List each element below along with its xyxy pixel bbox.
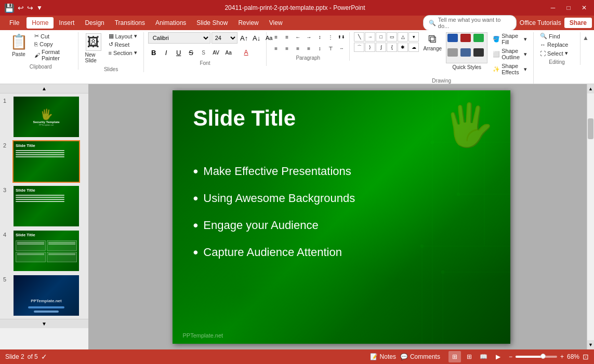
align-center-button[interactable]: ≡: [282, 44, 292, 53]
paste-button[interactable]: 📋 Paste: [7, 32, 30, 58]
increase-font-button[interactable]: A↑: [239, 32, 250, 44]
arrange-button[interactable]: ⧉ Arrange: [422, 32, 443, 52]
numbered-list-button[interactable]: ≡: [282, 32, 292, 42]
restore-button[interactable]: □: [563, 2, 574, 14]
zoom-slider[interactable]: [516, 356, 557, 358]
scroll-thumb[interactable]: [588, 118, 593, 139]
scroll-up-arrow[interactable]: ▲: [587, 84, 594, 93]
shape-rect-btn[interactable]: □: [376, 32, 386, 42]
shape-tri-btn[interactable]: △: [398, 32, 408, 42]
font-spacing-button[interactable]: AV: [210, 47, 222, 58]
slide-content[interactable]: Make Effective Presentations Using Aweso…: [193, 158, 490, 266]
decrease-indent-button[interactable]: ←: [293, 32, 303, 42]
shape-arrow-btn[interactable]: →: [365, 32, 375, 42]
comments-button[interactable]: 💬 Comments: [400, 353, 440, 360]
justify-button[interactable]: ≡: [303, 44, 314, 53]
reading-view-button[interactable]: 📖: [478, 351, 490, 362]
slide-thumbnail-5[interactable]: 5 PPTemplate.net: [3, 274, 85, 317]
tab-slideshow[interactable]: Slide Show: [191, 17, 233, 29]
columns-button[interactable]: ⋮: [325, 32, 336, 42]
layout-button[interactable]: ▦ Layout ▾: [107, 32, 139, 40]
slide-thumbnail-3[interactable]: 3 Slide Title: [3, 185, 85, 227]
select-button[interactable]: ⛶ Select ▾: [538, 49, 570, 57]
save-icon[interactable]: 💾: [4, 3, 15, 13]
tab-insert[interactable]: Insert: [54, 17, 80, 29]
text-direction-button[interactable]: ↕: [314, 44, 325, 53]
replace-button[interactable]: ↔ Replace: [538, 41, 570, 48]
normal-view-button[interactable]: ⊞: [448, 351, 461, 362]
bold-button[interactable]: B: [148, 47, 160, 58]
align-left-button[interactable]: ≡: [271, 44, 281, 53]
redo-icon[interactable]: ↪: [27, 4, 33, 12]
change-case-button[interactable]: Aa: [223, 47, 234, 58]
expand-button[interactable]: ⬆⬇: [336, 32, 347, 42]
shape-effects-button[interactable]: ✨ Shape Effects ▾: [491, 62, 529, 76]
undo-icon[interactable]: ↩: [18, 4, 24, 12]
tab-transitions[interactable]: Transitions: [110, 17, 150, 29]
format-painter-button[interactable]: 🖌 Format Painter: [32, 48, 74, 62]
shape-brace-btn[interactable]: {: [387, 43, 397, 52]
shape-fill-button[interactable]: 🪣 Shape Fill ▾: [491, 32, 529, 46]
shape-curve2-btn[interactable]: ∫: [376, 43, 386, 52]
close-button[interactable]: ✕: [578, 2, 590, 14]
accessibility-icon[interactable]: ✓: [41, 353, 47, 361]
slideshow-button[interactable]: ▶: [492, 351, 505, 362]
italic-button[interactable]: I: [161, 47, 172, 58]
customize-icon[interactable]: ▼: [36, 4, 43, 11]
office-tutorials-link[interactable]: Office Tutorials: [520, 19, 561, 26]
right-scrollbar[interactable]: ▲ ▼: [587, 84, 594, 349]
align-right-button[interactable]: ≡: [293, 44, 303, 53]
align-text-button[interactable]: ⊤: [325, 44, 336, 53]
scroll-up-button[interactable]: ▲: [0, 84, 88, 93]
bullet-list-button[interactable]: ≡: [271, 32, 281, 42]
tab-design[interactable]: Design: [80, 17, 109, 29]
scroll-track[interactable]: [587, 93, 594, 340]
cut-button[interactable]: ✂ Cut: [32, 32, 74, 40]
shape-curve-btn[interactable]: ⌒: [354, 43, 364, 52]
font-color-button[interactable]: A: [241, 47, 252, 58]
zoom-out-button[interactable]: −: [509, 353, 512, 360]
tab-animations[interactable]: Animations: [150, 17, 191, 29]
scroll-down-button[interactable]: ▼: [0, 319, 88, 328]
share-button[interactable]: Share: [564, 18, 592, 28]
search-box[interactable]: 🔍 Tell me what you want to do...: [423, 15, 517, 31]
file-menu[interactable]: File: [2, 17, 27, 29]
shape-cloud-btn[interactable]: ☁: [408, 43, 419, 52]
smartart-button[interactable]: ↔: [336, 44, 347, 53]
zoom-in-button[interactable]: +: [560, 353, 564, 360]
fit-button[interactable]: ⊡: [583, 353, 589, 361]
slide-thumbnail-4[interactable]: 4 Slide Title: [3, 230, 85, 272]
minimize-button[interactable]: ─: [547, 2, 559, 14]
zoom-handle[interactable]: [540, 354, 546, 359]
decrease-font-button[interactable]: A↓: [251, 32, 262, 44]
notes-button[interactable]: 📝 Notes: [370, 353, 396, 360]
font-name-select[interactable]: Calibri: [148, 32, 210, 44]
shape-outline-button[interactable]: ⬜ Shape Outline ▾: [491, 47, 529, 61]
shape-round-btn[interactable]: ▭: [387, 32, 397, 42]
line-spacing-button[interactable]: ↕: [314, 32, 325, 42]
section-button[interactable]: ≡ Section ▾: [107, 49, 139, 57]
scroll-down-arrow[interactable]: ▼: [587, 340, 594, 349]
reset-button[interactable]: ↺ Reset: [107, 41, 139, 48]
font-size-select[interactable]: 24: [212, 32, 237, 44]
increase-indent-button[interactable]: →: [303, 32, 314, 42]
tab-review[interactable]: Review: [233, 17, 263, 29]
new-slide-button[interactable]: 🖼 New Slide: [83, 32, 104, 64]
underline-button[interactable]: U: [173, 47, 184, 58]
quick-styles-button[interactable]: [446, 32, 487, 63]
slide-sorter-button[interactable]: ⊞: [463, 351, 476, 362]
ribbon-collapse-button[interactable]: ▲: [580, 32, 591, 44]
strikethrough-button[interactable]: S: [186, 47, 197, 58]
shape-chevron-btn[interactable]: ⟩: [365, 43, 375, 52]
shadow-button[interactable]: S: [198, 47, 209, 58]
shape-line-btn[interactable]: ╲: [354, 32, 364, 42]
tab-home[interactable]: Home: [27, 17, 54, 29]
shape-star-btn[interactable]: ✱: [398, 43, 408, 52]
slide-title[interactable]: Slide Title: [193, 106, 490, 131]
slide-canvas[interactable]: 🖐 Slide Title Make Effective Presentatio…: [173, 90, 510, 344]
slide-thumbnail-2[interactable]: 2 Slide Title: [3, 140, 85, 183]
slide-thumbnail-1[interactable]: 1 🖐 Security Template PPTemplate.net: [3, 96, 85, 138]
shape-more-btn[interactable]: ▾: [408, 32, 419, 42]
copy-button[interactable]: ⎘ Copy: [32, 41, 74, 48]
find-button[interactable]: 🔍 Find: [538, 32, 562, 40]
